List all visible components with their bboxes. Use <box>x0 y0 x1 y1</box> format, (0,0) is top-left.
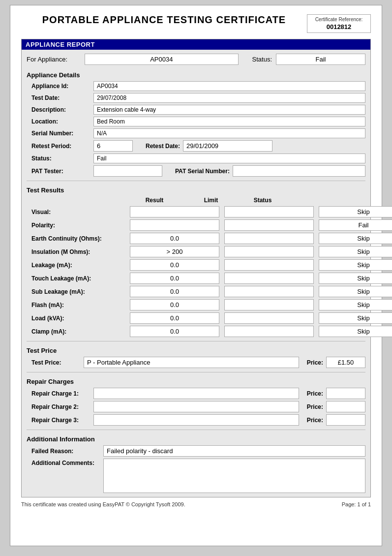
test-status-input-6[interactable] <box>319 286 392 297</box>
test-result-input-4[interactable] <box>130 259 219 271</box>
test-row-label-4: Leakage (mA): <box>31 262 130 269</box>
test-row-label-1: Polarity: <box>31 222 130 229</box>
appliance-detail-rows: Appliance Id: Test Date: Description: Lo… <box>22 80 370 139</box>
appliance-detail-row: Appliance Id: <box>22 80 370 92</box>
appliance-status-input[interactable] <box>276 54 365 65</box>
detail-value-input-1[interactable] <box>93 93 365 103</box>
test-results-header: Result Limit Status <box>22 195 370 205</box>
repair-label-0: Repair Charge 1: <box>31 390 90 397</box>
price-amount-input[interactable] <box>326 357 365 368</box>
repair-charge-row: Repair Charge 2: Price: <box>22 400 370 413</box>
detail-label-4: Serial Number: <box>31 130 90 137</box>
appliance-id-input[interactable] <box>85 54 239 65</box>
status-label: Status: <box>252 56 272 63</box>
additional-comments-label: Additional Comments: <box>31 460 100 466</box>
additional-info-title: Additional Information <box>22 433 370 444</box>
test-result-input-5[interactable] <box>130 273 219 284</box>
detail-label-1: Test Date: <box>31 94 90 101</box>
test-limit-input-9[interactable] <box>224 326 314 337</box>
repair-price-label-1: Price: <box>307 403 323 410</box>
repair-label-2: Repair Charge 3: <box>31 417 90 424</box>
test-status-input-2[interactable] <box>319 233 392 244</box>
test-result-input-7[interactable] <box>130 299 219 310</box>
test-limit-input-0[interactable] <box>224 206 314 217</box>
test-limit-input-3[interactable] <box>224 246 314 257</box>
test-result-input-3[interactable] <box>130 246 219 257</box>
divider-3 <box>27 372 365 372</box>
failed-reason-input[interactable] <box>103 445 365 457</box>
for-appliance-row: For Appliance: Status: <box>22 50 370 69</box>
detail-value-input-4[interactable] <box>93 128 365 138</box>
test-row-label-0: Visual: <box>31 209 130 216</box>
detail-value-input-3[interactable] <box>93 117 365 126</box>
divider-1 <box>27 181 365 181</box>
divider-2 <box>27 341 365 341</box>
test-limit-input-5[interactable] <box>224 273 314 284</box>
repair-price-input-1[interactable] <box>326 401 365 412</box>
test-limit-input-1[interactable] <box>224 219 314 231</box>
retest-period-input[interactable] <box>93 140 133 152</box>
failed-reason-label: Failed Reason: <box>31 448 100 455</box>
repair-charge-row: Repair Charge 3: Price: <box>22 413 370 427</box>
test-result-input-6[interactable] <box>130 286 219 297</box>
appliance-details-title: Appliance Details <box>22 69 370 80</box>
test-status-input-4[interactable] <box>319 259 392 271</box>
test-status-input-9[interactable] <box>319 326 392 337</box>
test-row: Clamp (mA): <box>22 325 370 338</box>
test-row: Sub Leakage (mA): <box>22 285 370 298</box>
retest-period-row: Retest Period: Retest Date: <box>22 139 370 153</box>
col-status: Status <box>243 197 282 204</box>
detail-label-2: Description: <box>31 106 90 113</box>
cert-ref-box: Certificate Reference: 0012812 <box>307 14 371 33</box>
price-amount-label: Price: <box>307 359 323 366</box>
test-limit-input-8[interactable] <box>224 312 314 324</box>
retest-date-input[interactable] <box>183 140 272 152</box>
test-limit-input-4[interactable] <box>224 259 314 271</box>
test-result-input-8[interactable] <box>130 312 219 324</box>
repair-value-input-2[interactable] <box>93 414 299 426</box>
test-row: Earth Continuity (Ohms): <box>22 232 370 245</box>
test-status-input-0[interactable] <box>319 206 392 217</box>
divider-4 <box>27 430 365 430</box>
test-result-input-1[interactable] <box>130 219 219 231</box>
repair-value-input-1[interactable] <box>93 401 299 412</box>
additional-comments-textarea[interactable] <box>103 459 365 493</box>
test-limit-input-7[interactable] <box>224 299 314 310</box>
repair-charges-title: Repair Charges <box>22 375 370 387</box>
cert-ref-number: 0012812 <box>312 23 365 31</box>
test-price-value-input[interactable] <box>84 357 299 368</box>
detail-value-input-2[interactable] <box>93 105 365 115</box>
header: PORTABLE APPLIANCE TESTING CERTIFICATE C… <box>21 14 371 33</box>
status-field-input[interactable] <box>93 154 365 163</box>
footer: This certificate was created using EasyP… <box>21 501 371 507</box>
test-row-label-3: Insulation (M Ohms): <box>31 248 130 255</box>
repair-price-input-2[interactable] <box>326 414 365 426</box>
test-status-input-7[interactable] <box>319 299 392 310</box>
pat-serial-input[interactable] <box>233 165 365 177</box>
test-result-input-0[interactable] <box>130 206 219 217</box>
detail-value-input-0[interactable] <box>93 81 365 91</box>
retest-period-label: Retest Period: <box>31 143 90 150</box>
test-limit-input-2[interactable] <box>224 233 314 244</box>
for-appliance-label: For Appliance: <box>27 56 81 63</box>
repair-charge-rows: Repair Charge 1: Price: Repair Charge 2:… <box>22 387 370 427</box>
test-row-label-5: Touch Leakage (mA): <box>31 275 130 282</box>
repair-value-input-0[interactable] <box>93 388 299 399</box>
test-status-input-3[interactable] <box>319 246 392 257</box>
test-price-row: Test Price: Price: <box>22 356 370 369</box>
pat-tester-input[interactable] <box>93 165 162 177</box>
test-status-input-8[interactable] <box>319 312 392 324</box>
test-status-input-1[interactable] <box>319 219 392 231</box>
repair-price-input-0[interactable] <box>326 388 365 399</box>
appliance-report-header: APPLIANCE REPORT <box>22 39 370 50</box>
status-row: Status: <box>22 153 370 164</box>
test-price-title: Test Price <box>22 344 370 356</box>
test-row-label-6: Sub Leakage (mA): <box>31 288 130 295</box>
test-result-input-9[interactable] <box>130 326 219 337</box>
test-result-input-2[interactable] <box>130 233 219 244</box>
main-title: PORTABLE APPLIANCE TESTING CERTIFICATE <box>42 10 286 25</box>
test-row: Polarity: <box>22 218 370 232</box>
test-status-input-5[interactable] <box>319 273 392 284</box>
test-limit-input-6[interactable] <box>224 286 314 297</box>
repair-label-1: Repair Charge 2: <box>31 403 90 410</box>
